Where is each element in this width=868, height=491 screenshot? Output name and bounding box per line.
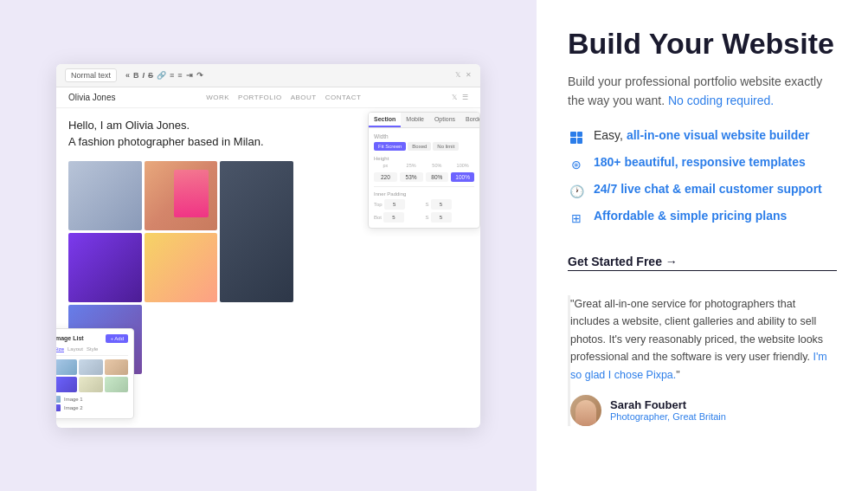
inner-padding-label: Inner Padding: [374, 191, 474, 197]
photo-3: [220, 161, 293, 302]
author-name: Sarah Foubert: [610, 398, 726, 411]
padding-s1: S 5: [426, 199, 475, 210]
layers-icon: ⊛: [568, 156, 585, 173]
social-twitter-icon: 𝕏: [452, 94, 457, 101]
feature-item-1: Easy, all-in-one visual website builder: [568, 128, 837, 146]
website-mockup: Normal text « B I S 🔗 ≡ ≡ ⇥ ↷ 𝕏 ✕ Olivia…: [56, 64, 480, 428]
toolbar-indent-icon: ⇥: [186, 71, 193, 80]
subtitle-link: No coding required.: [668, 94, 774, 107]
toolbar-align-left-icon: ≡: [170, 71, 174, 80]
photo-2: [145, 161, 218, 230]
panel-body: Width Fit Screen Boxed No limit Height p…: [369, 128, 479, 228]
panel-row-headers: px 25% 50% 100%: [374, 163, 474, 170]
tab-size[interactable]: Size: [56, 346, 64, 352]
panel-tab-options[interactable]: Options: [429, 113, 460, 127]
tag-icon: ⊞: [568, 210, 585, 227]
toolbar-redo-icon: ↷: [196, 71, 203, 80]
feature-text-2: 180+ beautiful, responsive templates: [594, 155, 806, 169]
panel-cell-50: 50%: [426, 163, 449, 170]
panel-cell-100: 100%: [451, 163, 474, 170]
img-thumb-5: [79, 377, 102, 392]
val-px: 220: [374, 172, 397, 182]
avatar-face: [575, 400, 596, 426]
features-list: Easy, all-in-one visual website builder …: [568, 128, 837, 236]
testimonial-quote: "Great all-in-one service for photograph…: [570, 295, 837, 384]
photo-4: [68, 233, 142, 302]
panel-tab-section[interactable]: Section: [369, 113, 401, 127]
padding-grid: Top 5 S 5 Bot 5 S 5: [374, 199, 474, 223]
toolbar-nav-icons: 𝕏 ✕: [455, 71, 472, 79]
height-label: Height: [374, 156, 474, 161]
image-list-title: Image List: [56, 335, 84, 341]
list-dot-1: [56, 396, 61, 403]
padding-bottom: Bot 5: [374, 212, 423, 223]
feature-text-1: Easy, all-in-one visual website builder: [594, 128, 809, 142]
image-list-header: Image List + Add: [56, 334, 128, 343]
image-list-add-btn[interactable]: + Add: [106, 334, 128, 343]
left-panel: Normal text « B I S 🔗 ≡ ≡ ⇥ ↷ 𝕏 ✕ Olivia…: [0, 0, 537, 491]
toolbar-quote-icon: «: [125, 71, 130, 80]
clock-icon: 🕐: [568, 183, 585, 200]
panel-tabs: Section Mobile Options Border: [369, 113, 479, 128]
tab-layout[interactable]: Layout: [68, 346, 83, 352]
twitter-icon: 𝕏: [455, 71, 460, 79]
img-thumb-4: [56, 377, 77, 392]
img-thumb-2: [79, 359, 102, 375]
testimonial-author: Sarah Foubert Photographer, Great Britai…: [570, 395, 837, 426]
sub-tab-nolimit[interactable]: No limit: [433, 142, 459, 151]
tab-style[interactable]: Style: [87, 346, 98, 352]
toolbar-normal-text: Normal text: [65, 68, 117, 82]
close-icon: ✕: [466, 71, 472, 79]
width-label: Width: [374, 133, 474, 139]
img-thumb-6: [105, 377, 128, 392]
author-avatar: [570, 395, 601, 426]
toolbar-strikethrough-icon: S: [148, 71, 153, 80]
panel-values-row: 220 53% 80% 100%: [374, 172, 474, 182]
padding-s2: S 5: [426, 212, 475, 223]
feature-item-3: 🕐 24/7 live chat & email customer suppor…: [568, 182, 837, 200]
toolbar-italic-icon: I: [143, 71, 145, 80]
val-100: 100%: [451, 172, 474, 182]
photo-1: [68, 161, 142, 230]
list-dot-2: [56, 404, 61, 411]
toolbar-link-icon: 🔗: [157, 71, 166, 80]
panel-sub-tabs: Fit Screen Boxed No limit: [374, 142, 474, 151]
sub-tab-boxed[interactable]: Boxed: [408, 142, 431, 151]
feature-text-4: Affordable & simple pricing plans: [594, 209, 787, 223]
testimonial-highlight: I'm so glad I chose Pixpa.: [570, 351, 827, 381]
testimonial-box: "Great all-in-one service for photograph…: [568, 295, 837, 426]
list-label-2: Image 2: [64, 405, 83, 410]
img-thumb-3: [105, 359, 128, 375]
image-list-tabs: Size Layout Style: [56, 346, 128, 356]
get-started-link[interactable]: Get Started Free →: [568, 255, 837, 271]
sub-tab-fitscreen[interactable]: Fit Screen: [374, 142, 406, 151]
nav-contact: CONTACT: [325, 94, 362, 101]
author-info: Sarah Foubert Photographer, Great Britai…: [610, 398, 726, 422]
panel-tab-mobile[interactable]: Mobile: [401, 113, 429, 127]
photo-5: [145, 233, 218, 302]
feature-text-3: 24/7 live chat & email customer support: [594, 182, 822, 196]
list-row-1: Image 1: [56, 396, 128, 403]
val-50: 80%: [426, 172, 449, 182]
panel-tab-border[interactable]: Border: [460, 113, 480, 127]
toolbar-bold-icon: B: [133, 71, 139, 80]
nav-links: WORK PORTFOLIO ABOUT CONTACT: [206, 94, 361, 101]
image-list-panel[interactable]: Image List + Add Size Layout Style Image…: [56, 328, 134, 419]
settings-panel[interactable]: Section Mobile Options Border Width Fit …: [368, 112, 480, 229]
panel-cell-px: px: [374, 163, 397, 170]
image-thumbnails: [56, 359, 128, 392]
list-label-1: Image 1: [64, 397, 83, 402]
img-thumb-1: [56, 359, 77, 375]
social-menu-icon: ☰: [462, 94, 468, 101]
right-panel: Build Your Website Build your profession…: [537, 0, 868, 491]
panel-cell-25: 25%: [400, 163, 423, 170]
val-25: 53%: [400, 172, 423, 182]
list-row-2: Image 2: [56, 404, 128, 411]
padding-top: Top 5: [374, 199, 423, 210]
nav-work: WORK: [206, 94, 229, 101]
toolbar-align-center-icon: ≡: [177, 71, 182, 80]
nav-about: ABOUT: [291, 94, 317, 101]
site-logo: Olivia Jones: [68, 93, 115, 102]
nav-portfolio: PORTFOLIO: [238, 94, 282, 101]
feature-item-2: ⊛ 180+ beautiful, responsive templates: [568, 155, 837, 173]
